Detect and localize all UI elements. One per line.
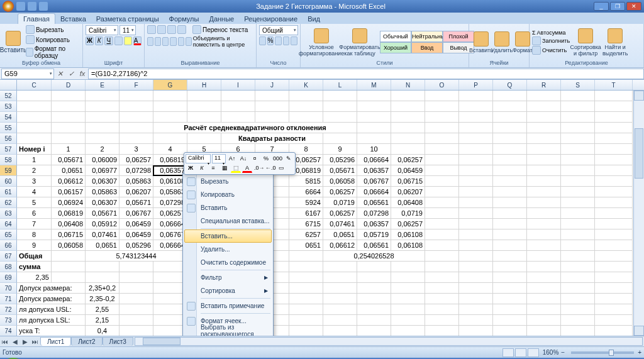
cell[interactable]: [289, 294, 323, 304]
cell[interactable]: [52, 262, 86, 272]
cell[interactable]: [357, 315, 391, 326]
format-as-table-button[interactable]: Форматировать как таблицу: [341, 28, 378, 57]
cell[interactable]: [425, 208, 459, 219]
zoom-out-button[interactable]: −: [561, 349, 565, 356]
tab-рецензирование[interactable]: Рецензирование: [239, 14, 303, 24]
cell[interactable]: [425, 155, 459, 165]
cell[interactable]: [527, 304, 561, 315]
cell[interactable]: 0,254026528: [323, 251, 425, 262]
cell[interactable]: [459, 187, 493, 197]
cell[interactable]: [119, 91, 153, 101]
cell[interactable]: [391, 91, 425, 101]
cell[interactable]: [17, 91, 52, 101]
cell[interactable]: [119, 112, 153, 123]
cell[interactable]: 0,06058: [323, 176, 357, 187]
context-menu-item[interactable]: Фильтр▶: [184, 271, 272, 284]
cell[interactable]: [459, 315, 493, 326]
row-header-53[interactable]: 53: [0, 101, 17, 112]
cell[interactable]: [323, 326, 357, 336]
scroll-thumb[interactable]: [635, 128, 643, 179]
cell[interactable]: [289, 262, 323, 272]
cell[interactable]: 0,06058: [52, 240, 86, 251]
underline-button[interactable]: Ч: [104, 36, 113, 45]
cell[interactable]: сумма: [17, 262, 52, 272]
cell[interactable]: [459, 262, 493, 272]
cell[interactable]: [493, 187, 527, 197]
cell[interactable]: [493, 155, 527, 165]
cell[interactable]: [493, 315, 527, 326]
cell[interactable]: ля допуска LSL:: [17, 315, 86, 326]
cell[interactable]: [119, 272, 153, 283]
cell[interactable]: 0,0719: [323, 197, 357, 208]
cell[interactable]: [595, 304, 633, 315]
cell[interactable]: [459, 165, 493, 176]
cell[interactable]: [493, 144, 527, 155]
cell[interactable]: ля допуска USL:: [17, 304, 86, 315]
font-size-combo[interactable]: 11: [119, 25, 136, 35]
cell[interactable]: [391, 272, 425, 283]
cell[interactable]: [493, 283, 527, 294]
cell[interactable]: [289, 251, 323, 262]
cell[interactable]: [391, 262, 425, 272]
cell[interactable]: [493, 101, 527, 112]
hscroll-thumb[interactable]: [143, 338, 180, 345]
row-header-65[interactable]: 65: [0, 229, 17, 240]
col-header-Q[interactable]: Q: [493, 80, 527, 90]
cell[interactable]: [493, 112, 527, 123]
row-header-58[interactable]: 58: [0, 155, 17, 165]
cell[interactable]: [561, 262, 595, 272]
cell[interactable]: [255, 101, 289, 112]
cell[interactable]: [425, 229, 459, 240]
cell[interactable]: Номер i: [17, 144, 52, 155]
cell[interactable]: 0,06009: [86, 155, 119, 165]
cell[interactable]: [561, 208, 595, 219]
mini-grow-font[interactable]: A↑: [227, 154, 237, 163]
context-menu-item[interactable]: Вставить...: [184, 229, 272, 243]
cell[interactable]: [493, 326, 527, 336]
cell[interactable]: [459, 112, 493, 123]
cell[interactable]: [153, 133, 187, 144]
view-layout-button[interactable]: [515, 348, 526, 357]
insert-cells-button[interactable]: Вставить: [472, 31, 491, 53]
cell[interactable]: [527, 187, 561, 197]
col-header-F[interactable]: F: [119, 80, 153, 90]
cell[interactable]: [595, 262, 633, 272]
cell[interactable]: [357, 283, 391, 294]
cell[interactable]: 0,06924: [52, 197, 86, 208]
cell[interactable]: 0,05671: [323, 165, 357, 176]
cell[interactable]: [527, 165, 561, 176]
cell[interactable]: [561, 176, 595, 187]
cell[interactable]: 2,35-0,2: [86, 294, 119, 304]
cell[interactable]: [86, 101, 119, 112]
col-header-D[interactable]: D: [52, 80, 86, 90]
context-menu-item[interactable]: Вставить: [184, 201, 272, 214]
cell[interactable]: 5924: [289, 197, 323, 208]
cell[interactable]: [153, 101, 187, 112]
cell[interactable]: [527, 294, 561, 304]
cell[interactable]: [595, 229, 633, 240]
cell[interactable]: 3: [119, 144, 153, 155]
cell[interactable]: 0,06612: [323, 240, 357, 251]
cell[interactable]: [595, 208, 633, 219]
cell[interactable]: 0,0651: [86, 240, 119, 251]
col-header-C[interactable]: C: [17, 80, 52, 90]
cell[interactable]: 1: [52, 144, 86, 155]
cell[interactable]: 0,07298: [357, 208, 391, 219]
context-menu-item[interactable]: Очистить содержимое: [184, 256, 272, 269]
view-break-button[interactable]: [528, 348, 539, 357]
cell[interactable]: [255, 91, 289, 101]
cell[interactable]: [221, 112, 255, 123]
cell[interactable]: [459, 251, 493, 262]
col-header-I[interactable]: I: [221, 80, 255, 90]
cell[interactable]: [561, 144, 595, 155]
cell[interactable]: [52, 272, 86, 283]
cell[interactable]: [527, 155, 561, 165]
cell[interactable]: 0,06819: [52, 208, 86, 219]
col-header-M[interactable]: M: [357, 80, 391, 90]
cell[interactable]: [119, 283, 153, 294]
cell[interactable]: [153, 91, 187, 101]
cell[interactable]: [289, 304, 323, 315]
border-button[interactable]: [114, 36, 123, 45]
cell[interactable]: [493, 272, 527, 283]
tab-данные[interactable]: Данные: [204, 14, 239, 24]
